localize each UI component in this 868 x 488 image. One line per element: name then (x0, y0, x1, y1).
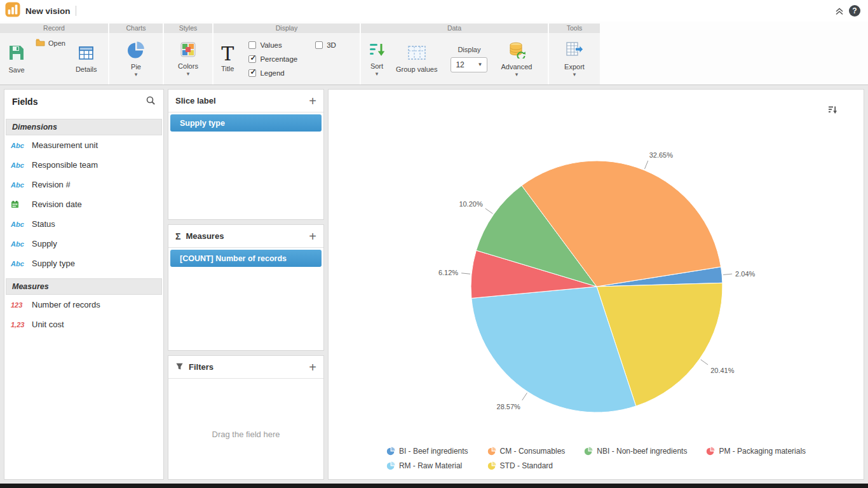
legend-item[interactable]: CM - Consumables (487, 447, 566, 456)
field-chip[interactable]: [COUNT] Number of records (170, 250, 322, 267)
field-label: Number of records (32, 300, 100, 309)
search-icon[interactable] (146, 95, 156, 108)
field-item[interactable]: AbcMeasurement unit (4, 135, 163, 155)
field-chip[interactable]: Supply type (170, 114, 322, 132)
legend-pie-icon (706, 447, 715, 456)
field-type-icon: Abc (11, 220, 28, 228)
field-label: Supply type (32, 259, 75, 268)
legend-label: RM - Raw Material (399, 461, 462, 470)
advanced-button[interactable]: Advanced ▾ (497, 39, 536, 79)
title-separator (76, 6, 76, 16)
checkbox-legend[interactable]: Legend (248, 69, 297, 77)
checkbox-percentage[interactable]: Percentage (248, 55, 297, 63)
checkbox-3d[interactable]: 3D (315, 41, 336, 49)
slice-label-title: Slice label (175, 96, 304, 105)
sort-button[interactable]: Sort ▾ (365, 39, 389, 78)
field-label: Revision # (32, 180, 71, 189)
legend-pie-icon (487, 447, 496, 456)
measures-title: Measures (186, 231, 304, 241)
pie-label-leader-line (522, 393, 527, 400)
legend-item[interactable]: NBI - Non-beef ingredients (584, 447, 687, 456)
field-label: Measurement unit (32, 140, 98, 150)
chart-area: 2.04%20.41%28.57%6.12%10.20%32.65% BI - … (328, 89, 864, 480)
chart-legend: BI - Beef ingredientsCM - ConsumablesNBI… (329, 447, 864, 470)
field-type-icon: Abc (11, 142, 28, 149)
select-caret-icon: ▼ (478, 62, 483, 67)
pie-chart-type-button[interactable]: Pie ▾ (123, 39, 149, 79)
dropdown-caret-icon: ▾ (573, 72, 576, 77)
pie-percent-label: 32.65% (649, 151, 674, 159)
pie-percent-label: 6.12% (438, 269, 458, 276)
display-options-checkboxes: Values3DPercentageLegend (248, 41, 336, 77)
group-values-button[interactable]: Group values (392, 43, 441, 75)
export-button[interactable]: Export ▾ (560, 39, 588, 79)
calendar-icon (11, 200, 28, 208)
pie-chart-icon (127, 41, 145, 61)
dropdown-caret-icon: ▾ (187, 72, 190, 76)
field-type-icon: Abc (11, 181, 28, 189)
details-button[interactable]: Details (72, 43, 101, 75)
save-button[interactable]: Save (4, 42, 29, 76)
pie-chart: 2.04%20.41%28.57%6.12%10.20%32.65% (329, 90, 864, 479)
help-icon[interactable]: ? (849, 5, 860, 17)
checkbox-label: Legend (260, 69, 284, 77)
legend-label: NBI - Non-beef ingredients (597, 447, 687, 456)
fields-panel-header: Fields (4, 90, 163, 114)
measures-panel: Σ Measures + [COUNT] Number of records (168, 224, 324, 351)
field-item[interactable]: AbcResponsible team (4, 155, 163, 175)
checkbox-values[interactable]: Values (248, 41, 297, 49)
legend-pie-icon (487, 461, 496, 470)
ribbon-group-styles: Styles Colors ▾ (164, 24, 212, 85)
legend-pie-icon (386, 461, 395, 470)
add-measure-button[interactable]: + (309, 231, 316, 242)
legend-pie-icon (386, 447, 395, 456)
ribbon-group-title: Tools (549, 24, 600, 33)
fields-section-header: Measures (6, 278, 162, 295)
legend-label: PM - Packaging materials (719, 447, 806, 456)
field-type-icon: 123 (11, 301, 28, 309)
title-text-icon: T (221, 45, 234, 63)
slice-label-header: Slice label + (168, 90, 323, 112)
add-slice-label-button[interactable]: + (309, 95, 316, 107)
filters-title: Filters (189, 362, 304, 372)
field-label: Status (32, 219, 55, 229)
slice-label-chips: Supply type (168, 112, 323, 135)
legend-item[interactable]: STD - Standard (487, 461, 566, 470)
filters-header: Filters + (168, 356, 323, 379)
fields-panel-title: Fields (12, 97, 37, 107)
footer-bar (0, 484, 868, 488)
slice-label-panel: Slice label + Supply type (168, 89, 324, 220)
title-button[interactable]: T Title (217, 43, 238, 74)
group-values-table-icon (407, 44, 426, 64)
ribbon-group-title: Display (214, 24, 360, 33)
colors-button[interactable]: Colors ▾ (174, 39, 202, 78)
pie-percent-label: 2.04% (735, 270, 755, 278)
legend-item[interactable]: RM - Raw Material (386, 461, 468, 470)
pie-label-leader-line (645, 161, 648, 169)
field-item[interactable]: Revision date (4, 194, 163, 214)
fields-panel: Fields DimensionsAbcMeasurement unitAbcR… (4, 89, 164, 480)
pie-label-leader-line (701, 360, 708, 365)
display-count-value: 12 (456, 60, 464, 69)
display-count-select[interactable]: 12 ▼ (451, 57, 487, 72)
checkbox-label: Values (260, 41, 281, 49)
legend-item[interactable]: BI - Beef ingredients (386, 447, 468, 456)
checkbox-box (315, 41, 323, 49)
ribbon-group-title: Record (0, 24, 108, 33)
collapse-ribbon-icon[interactable] (835, 6, 844, 15)
field-label: Revision date (32, 200, 82, 209)
measures-chips: [COUNT] Number of records (168, 248, 323, 271)
field-item[interactable]: 123Number of records (4, 295, 163, 315)
pie-label-leader-line (485, 208, 493, 214)
filters-panel: Filters + Drag the field here (168, 355, 324, 480)
field-item[interactable]: AbcSupply (4, 234, 163, 254)
field-item[interactable]: 1,23Unit cost (4, 315, 163, 334)
field-item[interactable]: AbcSupply type (4, 254, 163, 273)
field-type-icon: Abc (11, 161, 28, 169)
field-item[interactable]: AbcStatus (4, 214, 163, 234)
legend-item[interactable]: PM - Packaging materials (706, 447, 806, 456)
add-filter-button[interactable]: + (309, 362, 316, 373)
open-button[interactable]: Open (32, 36, 69, 50)
ribbon-group-data: Data Sort ▾ Group values Display 12 ▼ (361, 24, 548, 85)
field-item[interactable]: AbcRevision # (4, 175, 163, 194)
